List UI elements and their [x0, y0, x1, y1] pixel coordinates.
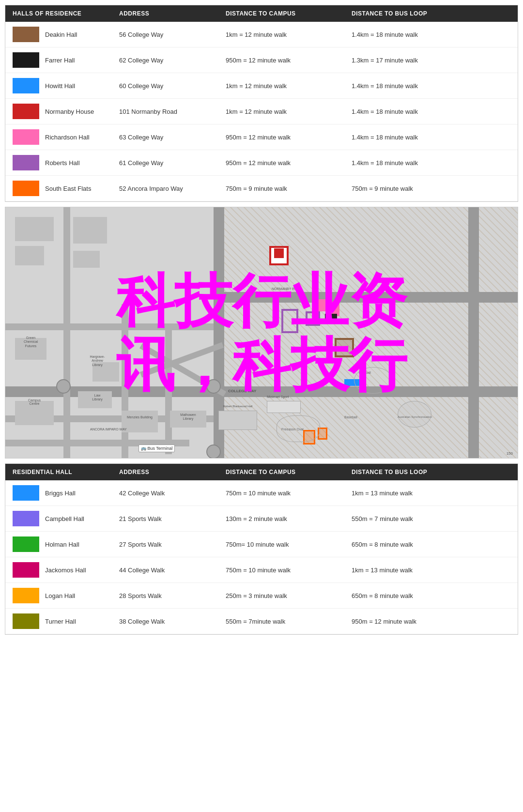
vertical-road-right [468, 207, 479, 458]
hall-distance-bus: 1.4km = 18 minute walk [352, 31, 497, 38]
res-hall-name-cell: Holman Hall [13, 536, 119, 552]
top-table-row: Normanby House 101 Normanby Road 1km = 1… [5, 99, 518, 124]
map-label-hargrave: Hargrave-AndrewLibrary [80, 355, 114, 367]
bottom-table-body: Briggs Hall 42 College Walk 750m = 10 mi… [5, 480, 518, 634]
minimart-label: Minimart Sport [267, 395, 289, 398]
res-color-swatch [13, 613, 39, 629]
hall-address: 63 College Way [119, 134, 226, 141]
hall-name: Normanby House [45, 108, 94, 115]
hall-address: 101 Normanby Road [119, 108, 226, 115]
hall-distance-campus: 950m = 12 minute walk [226, 134, 352, 141]
normanby-inner [274, 248, 284, 258]
hall-name-cell: Roberts Hall [13, 155, 119, 170]
hall-distance-bus: 1.4km = 18 minute walk [352, 134, 497, 141]
blackwood-building [218, 411, 257, 430]
top-table-row: Deakin Hall 56 College Way 1km = 12 minu… [5, 22, 518, 47]
res-hall-name-cell: Jackomos Hall [13, 562, 119, 578]
top-table-body: Deakin Hall 56 College Way 1km = 12 minu… [5, 22, 518, 201]
deakin-marker [335, 338, 354, 357]
building-tl4 [73, 251, 100, 268]
color-swatch [13, 52, 39, 68]
bottom-col-bus-header: DISTANCE TO BUS LOOP [352, 469, 497, 475]
hall-distance-campus: 750m = 9 minute walk [226, 185, 352, 192]
res-hall-name-cell: Campbell Hall [13, 511, 119, 526]
map-scale: 150 [507, 451, 513, 456]
normanby-road-label: NORMANBY ROAD [272, 287, 302, 291]
hall-address: 60 College Way [119, 82, 226, 90]
res-hall-distance-bus: 950m = 12 minute walk [352, 618, 497, 625]
hall-name: Howitt Hall [45, 82, 75, 90]
hall-distance-campus: 950m = 12 minute walk [226, 57, 352, 64]
bottom-table-row: Logan Hall 28 Sports Walk 250m = 3 minut… [5, 583, 518, 609]
res-color-swatch [13, 511, 39, 526]
baseball-label: Baseball [344, 415, 357, 419]
hall-name: South East Flats [45, 185, 91, 192]
hall-distance-campus: 1km = 12 minute walk [226, 108, 352, 115]
bottom-table-row: Campbell Hall 21 Sports Walk 130m = 2 mi… [5, 506, 518, 532]
res-hall-address: 44 College Walk [119, 567, 226, 574]
res-hall-distance-bus: 1km = 13 minute walk [352, 490, 497, 497]
hall-name: Roberts Hall [45, 159, 80, 167]
bottom-table-header: RESIDENTIAL HALL ADDRESS DISTANCE TO CAM… [5, 464, 518, 480]
hall-address: 61 College Way [119, 159, 226, 167]
top-table: HALLS OF RESIDENCE ADDRESS DISTANCE TO C… [5, 5, 518, 202]
res-color-swatch [13, 536, 39, 552]
top-table-row: Richardson Hall 63 College Way 950m = 12… [5, 124, 518, 150]
res-hall-distance-bus: 650m = 8 minute walk [352, 541, 497, 548]
hall-name-cell: Deakin Hall [13, 27, 119, 42]
res-hall-name: Briggs Hall [45, 490, 76, 497]
res-hall-address: 21 Sports Walk [119, 515, 226, 522]
col-halls-header: HALLS OF RESIDENCE [13, 10, 119, 17]
top-table-row: Farrer Hall 62 College Way 950m = 12 min… [5, 47, 518, 73]
building-tl1 [15, 217, 54, 241]
hall-name-cell: Howitt Hall [13, 78, 119, 93]
ancora-label: ANCORA IMPARO WAY [90, 428, 127, 431]
bottom-table-row: Holman Hall 27 Sports Walk 750m= 10 minu… [5, 532, 518, 557]
richardson-marker [315, 299, 327, 311]
road-v2 [122, 304, 128, 459]
building-tl2 [15, 246, 44, 265]
res-color-swatch [13, 562, 39, 578]
top-table-row: Roberts Hall 61 College Way 950m = 12 mi… [5, 150, 518, 176]
col-address-header: ADDRESS [119, 10, 226, 17]
res-hall-name: Holman Hall [45, 541, 79, 548]
building-tl3 [73, 217, 107, 244]
color-swatch [13, 27, 39, 42]
hall-distance-campus: 1km = 12 minute walk [226, 31, 352, 38]
color-swatch [13, 181, 39, 196]
college-way-label: COLLEGE WAY [228, 389, 256, 393]
res-hall-name-cell: Turner Hall [13, 613, 119, 629]
color-swatch [13, 155, 39, 170]
res-hall-distance-bus: 550m = 7 minute walk [352, 515, 497, 522]
hall-distance-campus: 950m = 12 minute walk [226, 159, 352, 167]
res-hall-name: Logan Hall [45, 592, 75, 599]
res-hall-distance-campus: 550m = 7minute walk [226, 618, 352, 625]
aus-sync-label: Australian Synchronisation [397, 415, 433, 418]
normanby-road [214, 292, 518, 303]
hall-distance-bus: 1.4km = 18 minute walk [352, 159, 497, 167]
color-swatch [13, 78, 39, 93]
res-hall-name-cell: Briggs Hall [13, 485, 119, 501]
road-v1 [63, 207, 70, 459]
res-hall-distance-bus: 650m = 8 minute walk [352, 592, 497, 599]
map-label-green: GreenChemicalFutures [15, 336, 46, 348]
col-bus-header: DISTANCE TO BUS LOOP [352, 10, 497, 17]
top-table-header: HALLS OF RESIDENCE ADDRESS DISTANCE TO C… [5, 5, 518, 22]
campus-map: Hargrave-AndrewLibrary LawLibrary Menzie… [5, 207, 518, 459]
res-hall-name: Jackomos Hall [45, 567, 86, 574]
res-hall-name-cell: Logan Hall [13, 588, 119, 603]
bottom-table: RESIDENTIAL HALL ADDRESS DISTANCE TO CAM… [5, 463, 518, 635]
hall-address: 62 College Way [119, 57, 226, 64]
hall-distance-campus: 1km = 12 minute walk [226, 82, 352, 90]
aus-sync [398, 401, 431, 428]
bottom-table-row: Turner Hall 38 College Walk 550m = 7minu… [5, 609, 518, 634]
map-label-mathowen: MathowenLibrary [170, 413, 206, 421]
freeason-label: Freeason Oval [281, 428, 304, 431]
hall-distance-bus: 1.3km = 17 minute walk [352, 57, 497, 64]
res-hall-distance-campus: 750m= 10 minute walk [226, 541, 352, 548]
res-hall-distance-campus: 130m = 2 minute walk [226, 515, 352, 522]
col-campus-header: DISTANCE TO CAMPUS [226, 10, 352, 17]
map-background: Hargrave-AndrewLibrary LawLibrary Menzie… [5, 207, 518, 458]
res-hall-distance-campus: 750m = 10 minute walk [226, 567, 352, 574]
map-label-law: LawLibrary [80, 394, 114, 402]
